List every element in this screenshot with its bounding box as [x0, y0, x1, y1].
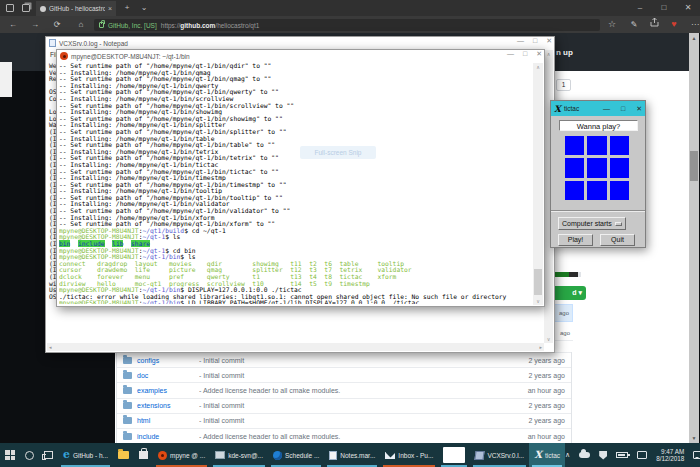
action-center-icon[interactable] — [693, 451, 700, 459]
new-tab-button[interactable]: + — [120, 0, 134, 16]
tictac-cell[interactable] — [587, 181, 606, 200]
scroll-down-icon[interactable]: ▼ — [689, 435, 699, 441]
commit-message[interactable]: - Initial commit — [199, 372, 528, 379]
back-button[interactable]: ← — [4, 16, 22, 33]
folder-icon — [123, 357, 132, 364]
tictac-cell[interactable] — [610, 158, 629, 177]
commit-time: 2 years ago — [528, 357, 565, 364]
file-row[interactable]: html- Initial commit2 years ago — [117, 413, 571, 428]
terminal-close-button[interactable]: ✕ — [536, 50, 542, 58]
taskbar-explorer-button[interactable] — [113, 443, 134, 467]
tab-dropdown-button[interactable]: ⌄ — [137, 0, 151, 16]
share-icon[interactable] — [645, 16, 663, 33]
hidden-icons-chevron[interactable]: ∧ — [565, 451, 570, 459]
commit-message[interactable]: - Added license header to all cmake modu… — [199, 387, 528, 394]
file-row[interactable]: examples- Added license header to all cm… — [117, 382, 571, 397]
tab-close-icon[interactable]: × — [108, 5, 112, 12]
notepad-horizontal-scrollbar[interactable]: ◂ ▸ — [47, 343, 544, 351]
file-name-link[interactable]: examples — [137, 387, 199, 394]
terminal-scrollbar[interactable]: ∧ ∨ — [533, 63, 543, 305]
mail-icon — [385, 452, 395, 459]
file-name-link[interactable]: extensions — [137, 402, 199, 409]
terminal-minimize-button[interactable]: — — [507, 50, 514, 58]
notepad-close-button[interactable]: ✕ — [546, 37, 552, 45]
tictac-minimize-button[interactable]: — — [603, 105, 610, 113]
extension-heart-icon[interactable]: ♥ — [665, 16, 683, 33]
system-tray: ∧ 9:47 AM8/12/2018 — [565, 443, 700, 467]
terminal-output[interactable]: -- Set runtime path of "/home/mpyne/qt-1… — [59, 63, 532, 304]
window-minimize-button[interactable]: – — [632, 0, 648, 16]
address-bar[interactable]: GitHub, Inc. [US] https://github.com/hel… — [94, 19, 600, 31]
page-scrollbar-thumb[interactable] — [690, 151, 698, 181]
home-button[interactable]: ⌂ — [72, 16, 90, 33]
commit-message[interactable]: - Initial commit — [199, 402, 528, 409]
notepad-maximize-button[interactable]: □ — [533, 37, 537, 45]
tictac-cell[interactable] — [587, 136, 606, 155]
file-name-link[interactable]: configs — [137, 357, 199, 364]
tab-title: GitHub - heliocastro/qt — [49, 5, 105, 12]
taskbar-edge-button[interactable]: e GitHub - h... — [58, 443, 113, 467]
commit-message[interactable]: - Added license header to all cmake modu… — [199, 433, 528, 440]
taskbar-kdesvn-button[interactable]: kde-svn@... — [210, 443, 268, 467]
tictac-quit-button[interactable]: Quit — [600, 234, 635, 246]
file-row[interactable]: configs- Initial commit2 years ago — [117, 352, 571, 367]
scroll-up-icon[interactable]: ▲ — [689, 35, 699, 41]
terminal-title-bar[interactable]: mpyne@DESKTOP-M8U4NJT: ~/qt-1/bin — □ ✕ — [57, 50, 544, 62]
commit-message[interactable]: - Initial commit — [199, 417, 528, 424]
file-row[interactable]: extensions- Initial commit2 years ago — [117, 398, 571, 413]
file-name-link[interactable]: html — [137, 417, 199, 424]
task-view-button[interactable] — [39, 443, 58, 467]
tictac-cell[interactable] — [610, 136, 629, 155]
clone-or-download-button[interactable]: d ▾ — [555, 286, 586, 300]
taskbar-snip-button[interactable] — [438, 443, 470, 467]
notepad-title-bar[interactable]: VCXSrv.0.log - Notepad — □ ✕ — [46, 37, 554, 49]
add-favorite-star-icon[interactable]: ☆ — [603, 16, 621, 33]
tictac-cell[interactable] — [565, 158, 584, 177]
taskbar-tictac-button[interactable]: X tictac — [529, 443, 565, 467]
set-tabs-aside-icon[interactable] — [6, 4, 14, 12]
tictac-cell[interactable] — [610, 181, 629, 200]
notepad-minimize-button[interactable]: — — [517, 37, 524, 45]
window-maximize-button[interactable]: □ — [656, 0, 672, 16]
page-scrollbar[interactable]: ▲ ▼ — [689, 33, 699, 443]
battery-icon[interactable] — [616, 452, 628, 458]
tictac-computer-starts-combo[interactable]: Computer starts — [558, 217, 626, 230]
defender-shield-icon[interactable] — [599, 451, 607, 460]
tictac-cell[interactable] — [565, 181, 584, 200]
onedrive-cloud-icon[interactable] — [579, 452, 590, 458]
lock-icon — [99, 22, 104, 28]
refresh-button[interactable]: ⟳ — [48, 16, 66, 33]
file-row[interactable]: doc- Initial commit2 years ago — [117, 367, 571, 382]
tictac-cell[interactable] — [565, 136, 584, 155]
tictac-cell[interactable] — [587, 158, 606, 177]
taskbar-clock[interactable]: 9:47 AM8/12/2018 — [656, 448, 684, 463]
taskbar-inbox-button[interactable]: Inbox - Pu... — [380, 443, 438, 467]
taskbar-notes-button[interactable]: Notes.mar... — [324, 443, 380, 467]
start-button[interactable] — [0, 443, 20, 467]
more-options-button[interactable]: ⋯ — [686, 16, 700, 33]
sign-up-button-fragment[interactable]: n up — [556, 48, 573, 57]
forward-button[interactable]: → — [26, 16, 44, 33]
taskbar-schedule-button[interactable]: Schedule ... — [268, 443, 324, 467]
taskbar-vcxsrv-button[interactable]: VCXSrv.0.l... — [470, 443, 529, 467]
file-name-link[interactable]: include — [137, 433, 199, 440]
taskbar-mpyne-terminal-button[interactable]: mpyne @ ... — [153, 443, 210, 467]
commit-message[interactable]: - Initial commit — [199, 357, 528, 364]
browser-tab[interactable]: GitHub - heliocastro/qt × — [36, 1, 116, 16]
cortana-button[interactable] — [20, 443, 39, 467]
folder-icon — [123, 372, 132, 379]
social-count-badge[interactable]: 1 — [556, 79, 571, 91]
tictac-play-button[interactable]: Play! — [558, 234, 593, 246]
terminal-maximize-button[interactable]: □ — [523, 50, 527, 58]
taskbar-store-button[interactable] — [134, 443, 153, 467]
network-icon[interactable] — [637, 451, 647, 459]
tabs-set-aside-icon[interactable] — [22, 4, 30, 12]
tictac-close-button[interactable]: ✕ — [636, 105, 642, 113]
tictac-maximize-button[interactable]: □ — [621, 105, 625, 113]
terminal-scrollbar-thumb[interactable] — [534, 269, 542, 295]
window-close-button[interactable]: ✕ — [680, 0, 696, 16]
file-row[interactable]: include- Added license header to all cma… — [117, 428, 571, 443]
tictac-title-bar[interactable]: X tictac — □ ✕ — [551, 101, 645, 116]
web-note-pen-icon[interactable]: ✎ — [625, 16, 643, 33]
file-name-link[interactable]: doc — [137, 372, 199, 379]
